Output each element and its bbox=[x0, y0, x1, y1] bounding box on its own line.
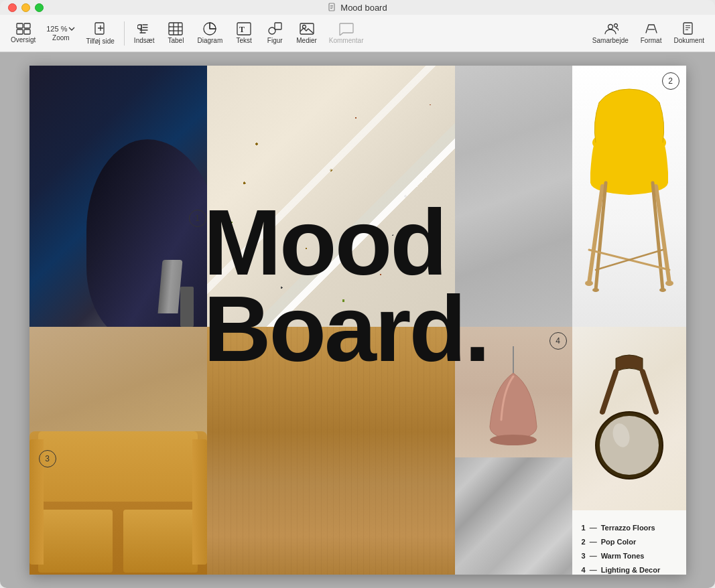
pendant-lamp-svg bbox=[486, 346, 540, 453]
legend-text-2: Pop Color bbox=[601, 535, 637, 549]
minimize-button[interactable] bbox=[21, 3, 30, 12]
badge-3: 3 bbox=[39, 450, 56, 467]
zoom-button[interactable]: 125 % Zoom bbox=[42, 22, 79, 44]
mirror-image bbox=[572, 327, 686, 510]
window-title-area: Mood board bbox=[328, 3, 387, 13]
diagram-button[interactable]: Diagram bbox=[192, 19, 228, 47]
oversigt-button[interactable]: Oversigt bbox=[5, 20, 41, 46]
collaborate-icon bbox=[602, 22, 619, 35]
svg-rect-6 bbox=[17, 29, 23, 34]
medier-button[interactable]: Medier bbox=[291, 19, 322, 47]
svg-line-37 bbox=[596, 250, 663, 270]
paragraph-icon bbox=[137, 22, 151, 35]
svg-point-38 bbox=[585, 281, 593, 286]
toolbar: Oversigt 125 % Zoom Tilføj side Indsæt bbox=[0, 15, 715, 52]
svg-line-44 bbox=[602, 372, 616, 412]
list-item: 4 — Lighting & Decor bbox=[582, 563, 677, 575]
svg-point-47 bbox=[600, 416, 659, 475]
tabel-button[interactable]: Tabel bbox=[161, 19, 190, 47]
samarbejde-button[interactable]: Samarbejde bbox=[587, 19, 634, 47]
legend-num-1: 1 bbox=[582, 521, 586, 535]
kommentar-label: Kommentar bbox=[329, 37, 364, 44]
tekst-label: Tekst bbox=[237, 37, 252, 44]
close-button[interactable] bbox=[8, 3, 17, 12]
svg-point-39 bbox=[665, 281, 673, 286]
diagram-label: Diagram bbox=[197, 37, 222, 44]
svg-point-40 bbox=[592, 288, 599, 292]
svg-rect-26 bbox=[684, 23, 692, 34]
zoom-label: Zoom bbox=[52, 34, 70, 42]
add-page-icon bbox=[93, 21, 108, 36]
dokument-label: Dokument bbox=[673, 37, 704, 44]
tabel-label: Tabel bbox=[168, 37, 184, 44]
list-item: 1 — Terrazzo Floors bbox=[582, 521, 677, 535]
format-button[interactable]: Format bbox=[635, 19, 667, 47]
fullscreen-button[interactable] bbox=[35, 3, 44, 12]
legend-text-3: Warm Tones bbox=[601, 549, 645, 563]
media-icon bbox=[300, 22, 314, 35]
svg-rect-4 bbox=[17, 23, 23, 28]
black-chair-image: 1 bbox=[29, 66, 207, 327]
canvas-area: 1 2 bbox=[0, 52, 715, 588]
zoom-value: 125 % bbox=[46, 25, 67, 33]
svg-text:T: T bbox=[239, 25, 245, 34]
svg-rect-7 bbox=[24, 29, 30, 34]
indsaet-button[interactable]: Indsæt bbox=[129, 19, 160, 47]
samarbejde-label: Samarbejde bbox=[592, 37, 629, 44]
wood-image bbox=[207, 327, 455, 575]
yellow-chair-svg bbox=[582, 82, 676, 310]
indsaet-label: Indsæt bbox=[134, 37, 155, 44]
figur-button[interactable]: Figur bbox=[260, 19, 289, 47]
pendant-image: 4 bbox=[455, 327, 572, 457]
document-page: 1 2 bbox=[29, 66, 686, 575]
svg-point-23 bbox=[608, 25, 612, 29]
tekst-button[interactable]: T Tekst bbox=[229, 19, 259, 47]
text-mirror-column: 1 — Terrazzo Floors 2 — Pop Color 3 — Wa… bbox=[572, 327, 686, 575]
yellow-chair-image: 2 bbox=[572, 66, 686, 327]
list-item: 3 — Warm Tones bbox=[582, 549, 677, 563]
tilfoej-side-button[interactable]: Tilføj side bbox=[80, 19, 119, 48]
svg-rect-21 bbox=[300, 23, 314, 34]
svg-rect-20 bbox=[275, 23, 281, 29]
oversigt-icon bbox=[16, 23, 31, 35]
svg-point-24 bbox=[614, 24, 617, 27]
legend-dash-2: — bbox=[590, 535, 597, 549]
legend-list: 1 — Terrazzo Floors 2 — Pop Color 3 — Wa… bbox=[582, 521, 677, 575]
svg-point-22 bbox=[302, 25, 306, 29]
svg-rect-5 bbox=[24, 23, 30, 28]
svg-point-41 bbox=[659, 288, 666, 292]
legend-panel: 1 — Terrazzo Floors 2 — Pop Color 3 — Wa… bbox=[572, 510, 686, 575]
title-bar: Mood board bbox=[0, 0, 715, 15]
kommentar-button[interactable]: Kommentar bbox=[324, 19, 369, 47]
legend-text-1: Terrazzo Floors bbox=[601, 521, 655, 535]
legend-dash-3: — bbox=[590, 549, 597, 563]
pendant-fur-column: 4 bbox=[455, 327, 572, 575]
badge-2: 2 bbox=[662, 72, 679, 90]
fur-image bbox=[455, 457, 572, 575]
format-label: Format bbox=[641, 37, 662, 44]
legend-text-4: Lighting & Decor bbox=[601, 563, 661, 575]
text-icon: T bbox=[237, 22, 251, 35]
dokument-button[interactable]: Dokument bbox=[668, 19, 710, 47]
tilfoej-label: Tilføj side bbox=[86, 38, 114, 45]
document-settings-icon bbox=[681, 22, 696, 35]
chevron-down-icon bbox=[68, 27, 75, 31]
svg-line-45 bbox=[643, 372, 656, 412]
traffic-lights bbox=[8, 3, 44, 12]
comment-icon bbox=[339, 22, 354, 35]
legend-num-2: 2 bbox=[582, 535, 586, 549]
terrazzo-image bbox=[207, 66, 455, 327]
chair-svg-container bbox=[572, 66, 686, 327]
svg-rect-11 bbox=[169, 23, 182, 35]
pendant-shape bbox=[486, 346, 540, 456]
legend-dash-4: — bbox=[590, 563, 597, 575]
warm-sofa-image: 3 bbox=[29, 327, 207, 575]
legend-num-3: 3 bbox=[582, 549, 586, 563]
medier-label: Medier bbox=[296, 37, 317, 44]
badge-1: 1 bbox=[189, 210, 206, 227]
legend-dash-1: — bbox=[590, 521, 597, 535]
oversigt-label: Oversigt bbox=[11, 36, 36, 44]
concrete-image bbox=[455, 66, 572, 327]
badge-4: 4 bbox=[549, 332, 567, 350]
legend-num-4: 4 bbox=[582, 563, 586, 575]
